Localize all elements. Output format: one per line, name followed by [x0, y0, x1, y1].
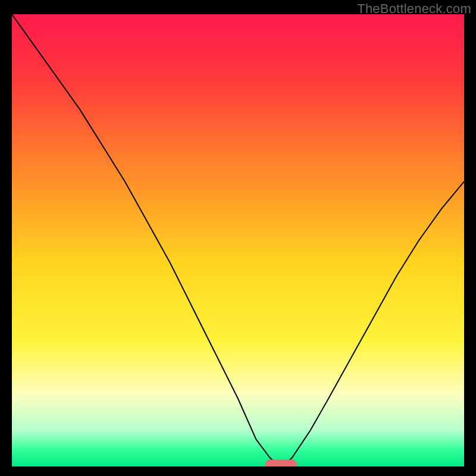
chart-svg [12, 14, 464, 466]
sweet-spot-marker [265, 460, 297, 466]
chart-frame: TheBottleneck.com [0, 0, 476, 476]
watermark-label: TheBottleneck.com [357, 1, 471, 17]
bottleneck-chart [12, 14, 464, 466]
